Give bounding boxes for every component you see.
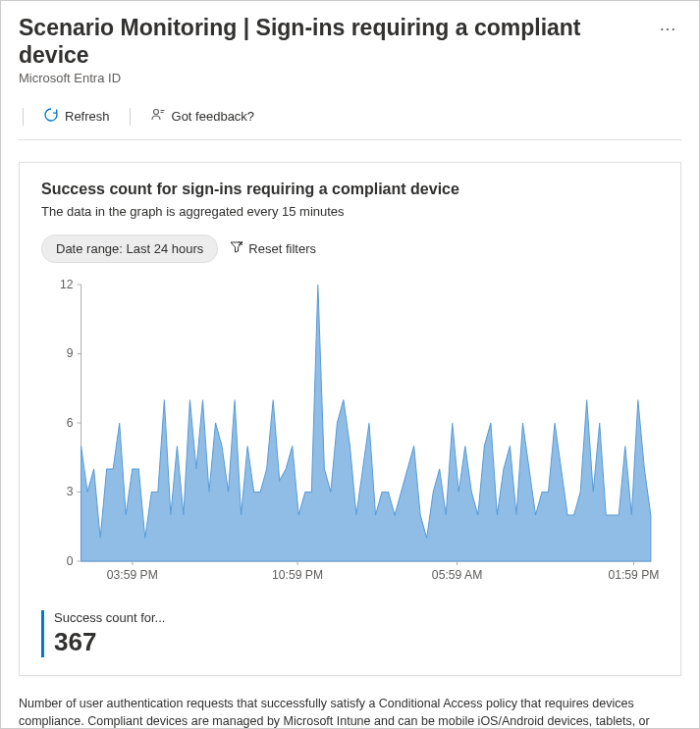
refresh-icon [43,107,59,126]
svg-text:6: 6 [67,416,74,430]
area-chart: 03691203:59 PM10:59 PM05:59 AM01:59 PM [41,277,659,591]
svg-text:05:59 AM: 05:59 AM [432,568,482,582]
refresh-label: Refresh [65,109,110,124]
refresh-button[interactable]: Refresh [33,103,120,130]
svg-point-0 [153,110,158,115]
page-title: Scenario Monitoring | Sign-ins requiring… [19,15,655,69]
chart-area: 03691203:59 PM10:59 PM05:59 AM01:59 PM [41,277,659,591]
kpi-block: Success count for... 367 [41,610,659,657]
svg-text:10:59 PM: 10:59 PM [272,568,323,582]
feedback-button[interactable]: Got feedback? [140,103,265,130]
svg-text:01:59 PM: 01:59 PM [608,568,659,582]
feedback-icon [150,107,166,126]
kpi-label: Success count for... [54,610,659,625]
card-subtitle: The data in the graph is aggregated ever… [41,204,659,219]
more-icon[interactable]: … [655,15,681,35]
kpi-value: 367 [54,627,659,657]
svg-text:9: 9 [67,347,74,361]
toolbar-separator [23,108,24,126]
reset-filters-label: Reset filters [248,241,316,256]
page-subtitle: Microsoft Entra ID [19,71,655,85]
card-title: Success count for sign-ins requiring a c… [41,181,659,198]
footnote-text: Number of user authentication requests t… [19,696,681,729]
filter-icon [230,240,243,257]
svg-text:3: 3 [67,486,74,499]
toolbar-separator [130,108,131,126]
reset-filters-button[interactable]: Reset filters [230,240,316,257]
toolbar: Refresh Got feedback? [19,103,681,140]
svg-text:03:59 PM: 03:59 PM [107,568,158,582]
svg-text:0: 0 [67,554,74,568]
filters-row: Date range: Last 24 hours Reset filters [41,234,659,263]
svg-text:12: 12 [60,278,74,291]
date-range-pill[interactable]: Date range: Last 24 hours [41,234,218,263]
chart-card: Success count for sign-ins requiring a c… [19,162,681,676]
feedback-label: Got feedback? [172,109,255,124]
